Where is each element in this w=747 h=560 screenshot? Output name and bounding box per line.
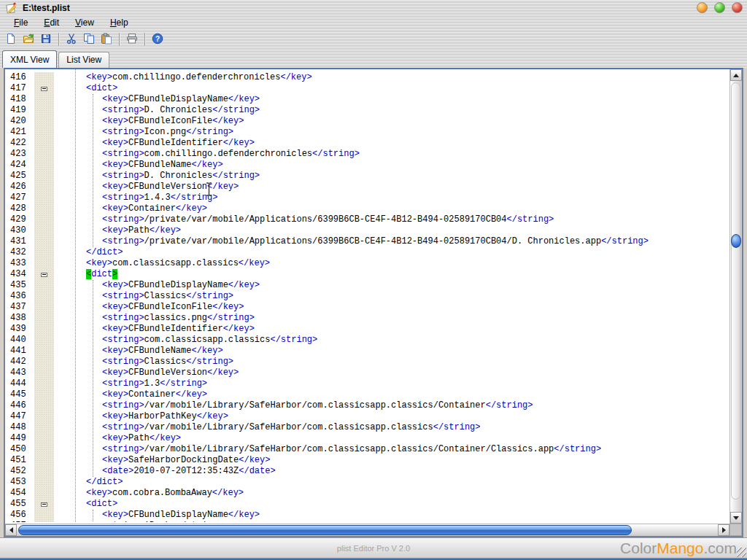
code-text[interactable]: <string>/var/mobile/Library/SafeHarbor/c… — [54, 444, 728, 455]
code-text[interactable]: <string>/private/var/mobile/Applications… — [54, 214, 728, 225]
code-line: 445<key>Container</key> — [5, 389, 728, 400]
vertical-scrollbar[interactable] — [729, 69, 742, 524]
code-text[interactable]: <key>CFBundleDisplayName</key> — [54, 510, 728, 521]
copy-button[interactable] — [80, 31, 98, 48]
code-text[interactable]: <key>Container</key> — [54, 389, 728, 400]
code-text[interactable]: <key>com.chillingo.defenderchronicles</k… — [54, 72, 728, 83]
code-text[interactable]: <key>com.classicsapp.classics</key> — [54, 258, 728, 269]
code-text[interactable]: <key>Path</key> — [54, 433, 728, 444]
print-button[interactable] — [123, 31, 141, 48]
horizontal-scrollbar[interactable] — [5, 524, 729, 536]
code-text[interactable]: <dict> — [54, 269, 728, 280]
code-text[interactable]: </dict> — [54, 247, 728, 258]
code-text[interactable]: <string>iBomba</string> — [54, 521, 728, 522]
new-button[interactable] — [2, 31, 20, 48]
code-text[interactable]: <string>classics.png</string> — [54, 313, 728, 324]
code-text[interactable]: <dict> — [54, 83, 728, 94]
code-text[interactable]: <key>CFBundleIconFile</key> — [54, 116, 728, 127]
line-number: 436 — [5, 291, 34, 302]
xml-tag: </key> — [228, 94, 260, 104]
menu-help[interactable]: Help — [102, 17, 136, 28]
vertical-scroll-track[interactable] — [731, 82, 740, 499]
line-number: 455 — [5, 499, 34, 510]
line-number: 439 — [5, 324, 34, 335]
code-text[interactable]: <string>1.3</string> — [54, 378, 728, 389]
code-text[interactable]: <dict> — [54, 499, 728, 510]
fold-collapse-marker[interactable] — [41, 87, 47, 91]
save-button[interactable] — [37, 31, 55, 48]
xml-tag: <date> — [102, 466, 133, 476]
xml-tag: <dict> — [86, 83, 117, 93]
code-text[interactable]: <string>/private/var/mobile/Applications… — [54, 236, 728, 247]
xml-tag: <key> — [102, 94, 128, 104]
close-button[interactable] — [732, 2, 743, 13]
code-text[interactable]: <key>CFBundleName</key> — [54, 160, 728, 171]
xml-tag: <string> — [102, 149, 144, 159]
code-text[interactable]: <string>/var/mobile/Library/SafeHarbor/c… — [54, 422, 728, 433]
xml-tag: <string> — [102, 378, 144, 389]
xml-value: CFBundleIconFile — [128, 302, 212, 312]
xml-value: CFBundleIconFile — [128, 116, 212, 126]
xml-value: com.cobra.BombaAway — [112, 488, 212, 498]
fold-margin — [34, 116, 54, 127]
fold-margin — [34, 335, 54, 346]
open-button[interactable] — [20, 31, 37, 48]
code-text[interactable]: </dict> — [54, 477, 728, 488]
code-text[interactable]: <key>CFBundleDisplayName</key> — [54, 280, 728, 291]
fold-collapse-marker[interactable] — [41, 502, 47, 507]
minimize-button[interactable] — [697, 2, 708, 13]
fold-margin — [34, 455, 54, 466]
code-text[interactable]: <string>1.4.3</string> — [54, 192, 728, 203]
tab-xml-view[interactable]: XML View — [2, 50, 57, 68]
xml-value: com.classicsapp.classics — [144, 335, 271, 345]
code-text[interactable]: <string>Icon.png</string> — [54, 127, 728, 138]
code-text[interactable]: <string>com.classicsapp.classics</string… — [54, 335, 728, 346]
code-text[interactable]: <key>CFBundleDisplayName</key> — [54, 94, 728, 105]
code-text[interactable]: <key>CFBundleVersion</key> — [54, 182, 728, 192]
horizontal-scroll-thumb[interactable] — [18, 525, 632, 535]
scroll-right-button[interactable] — [718, 524, 729, 536]
scroll-down-button[interactable] — [730, 512, 742, 524]
code-text[interactable]: <string>com.chillingo.defenderchronicles… — [54, 149, 728, 160]
fold-margin — [34, 466, 54, 477]
line-number: 433 — [5, 258, 34, 269]
fold-margin — [34, 203, 54, 214]
resize-grip[interactable] — [737, 548, 746, 557]
code-text[interactable]: <date>2010-07-20T12:35:43Z</date> — [54, 466, 728, 477]
code-text[interactable]: <key>Container</key> — [54, 203, 728, 214]
line-number: 417 — [5, 83, 34, 94]
maximize-button[interactable] — [714, 2, 725, 13]
code-text[interactable]: <string>D. Chronicles</string> — [54, 105, 728, 116]
vertical-scroll-thumb[interactable] — [731, 234, 741, 248]
code-text[interactable]: <key>com.cobra.BombaAway</key> — [54, 488, 728, 499]
code-text[interactable]: <key>CFBundleIconFile</key> — [54, 302, 728, 313]
scroll-left-button[interactable] — [5, 524, 17, 536]
menu-edit[interactable]: Edit — [36, 17, 67, 28]
code-text[interactable]: <string>Classics</string> — [54, 291, 728, 302]
xml-tag: <key> — [86, 258, 112, 268]
fold-margin — [34, 378, 54, 389]
code-text[interactable]: <key>CFBundleIdentifier</key> — [54, 324, 728, 335]
code-text[interactable]: <key>CFBundleVersion</key> — [54, 368, 728, 378]
code-text[interactable]: <string>Classics</string> — [54, 357, 728, 368]
help-button[interactable]: ? — [149, 31, 166, 48]
fold-collapse-marker[interactable] — [41, 273, 47, 277]
code-text[interactable]: <string>D. Chronicles</string> — [54, 171, 728, 182]
xml-tag: <key> — [102, 455, 128, 465]
code-text[interactable]: <key>Path</key> — [54, 225, 728, 236]
menu-view[interactable]: View — [67, 17, 102, 28]
cut-button[interactable] — [63, 31, 80, 48]
code-text[interactable]: <key>SafeHarborDockingDate</key> — [54, 455, 728, 466]
paste-button[interactable] — [98, 31, 115, 48]
code-text[interactable]: <key>CFBundleIdentifier</key> — [54, 138, 728, 149]
code-text[interactable]: <string>/var/mobile/Library/SafeHarbor/c… — [54, 400, 728, 411]
menu-file[interactable]: File — [6, 17, 36, 28]
code-text[interactable]: <key>CFBundleName</key> — [54, 346, 728, 357]
scroll-up-button[interactable] — [730, 69, 742, 81]
code-text[interactable]: <key>HarborPathKey</key> — [54, 411, 728, 422]
xml-editor[interactable]: 416<key>com.chillingo.defenderchronicles… — [5, 69, 728, 522]
tab-list-view[interactable]: List View — [58, 52, 109, 68]
xml-tag: </string> — [554, 444, 601, 454]
code-line: 424<key>CFBundleName</key> — [5, 160, 728, 171]
xml-tag: </key> — [228, 510, 260, 520]
